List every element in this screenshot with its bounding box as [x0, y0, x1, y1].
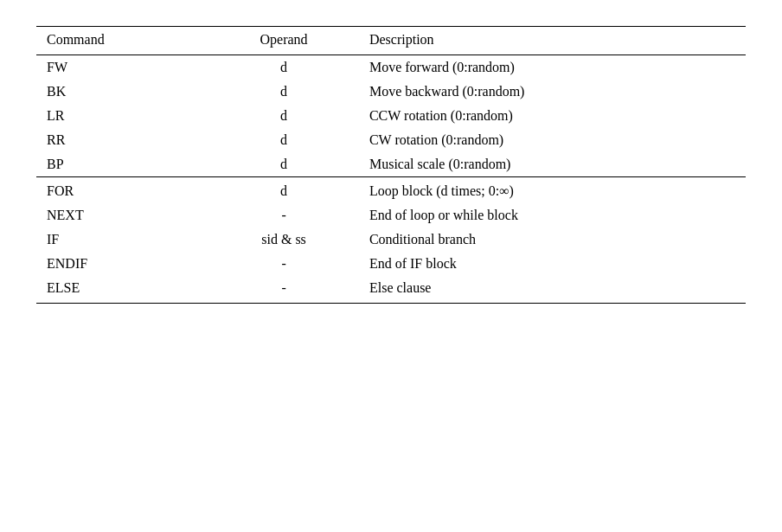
- table-row: RRdCW rotation (0:random): [36, 128, 746, 152]
- cell-description: Loop block (d times; 0:∞): [359, 177, 746, 204]
- cell-command: IF: [36, 228, 208, 252]
- table-row: IFsid & ssConditional branch: [36, 228, 746, 252]
- cell-description: End of IF block: [359, 252, 746, 276]
- cell-command: LR: [36, 104, 208, 128]
- cell-description: Conditional branch: [359, 228, 746, 252]
- cell-operand: d: [208, 104, 359, 128]
- cell-operand: -: [208, 203, 359, 228]
- cell-description: Else clause: [359, 276, 746, 304]
- table-row: BKdMove backward (0:random): [36, 80, 746, 104]
- cell-command: ENDIF: [36, 252, 208, 276]
- cell-command: RR: [36, 128, 208, 152]
- cell-operand: -: [208, 252, 359, 276]
- header-command: Command: [36, 27, 208, 55]
- cell-description: CCW rotation (0:random): [359, 104, 746, 128]
- cell-operand: d: [208, 177, 359, 204]
- cell-operand: d: [208, 128, 359, 152]
- table-row: ENDIF-End of IF block: [36, 252, 746, 276]
- cell-operand: d: [208, 152, 359, 177]
- cell-command: FW: [36, 55, 208, 80]
- table-row: FWdMove forward (0:random): [36, 55, 746, 80]
- cell-operand: sid & ss: [208, 228, 359, 252]
- table-row: FORdLoop block (d times; 0:∞): [36, 177, 746, 204]
- table-row: LRdCCW rotation (0:random): [36, 104, 746, 128]
- cell-description: Move forward (0:random): [359, 55, 746, 80]
- table-row: BPdMusical scale (0:random): [36, 152, 746, 177]
- cell-command: FOR: [36, 177, 208, 204]
- commands-table: Command Operand Description FWdMove forw…: [36, 26, 746, 304]
- table-header-row: Command Operand Description: [36, 27, 746, 55]
- cell-description: Move backward (0:random): [359, 80, 746, 104]
- cell-description: Musical scale (0:random): [359, 152, 746, 177]
- cell-operand: d: [208, 55, 359, 80]
- table-row: ELSE-Else clause: [36, 276, 746, 304]
- cell-command: NEXT: [36, 203, 208, 228]
- table-container: Command Operand Description FWdMove forw…: [36, 26, 746, 304]
- cell-operand: d: [208, 80, 359, 104]
- header-description: Description: [359, 27, 746, 55]
- header-operand: Operand: [208, 27, 359, 55]
- table-row: NEXT-End of loop or while block: [36, 203, 746, 228]
- cell-description: End of loop or while block: [359, 203, 746, 228]
- cell-command: ELSE: [36, 276, 208, 304]
- cell-operand: -: [208, 276, 359, 304]
- cell-command: BP: [36, 152, 208, 177]
- cell-description: CW rotation (0:random): [359, 128, 746, 152]
- cell-command: BK: [36, 80, 208, 104]
